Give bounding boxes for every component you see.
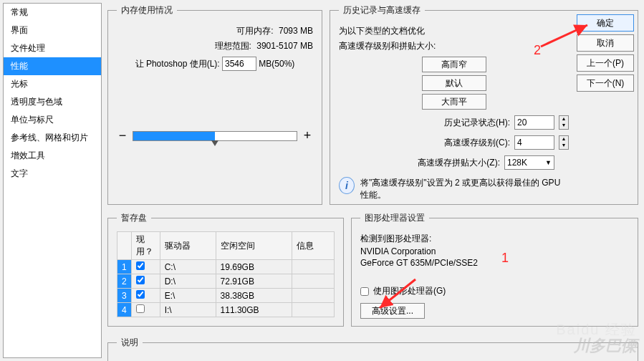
scratch-row-checkbox[interactable] [136,304,145,313]
use-gpu-checkbox[interactable] [360,287,369,296]
col-info: 信息 [292,232,335,260]
sidebar-item-guides[interactable]: 参考线、网格和切片 [4,129,101,147]
category-sidebar: 常规 界面 文件处理 性能 光标 透明度与色域 单位与标尺 参考线、网格和切片 … [3,3,102,358]
col-drive: 驱动器 [160,232,216,260]
gpu-vendor: NVIDIA Corporation [360,246,569,256]
memory-slider-handle[interactable] [211,140,218,148]
memory-usage-group: 内存使用情况 可用内存: 7093 MB 理想范围: 3901-5107 MB … [107,4,322,205]
preset-tall-button[interactable]: 高而窄 [422,57,486,72]
ideal-range-label: 理想范围: [215,40,251,52]
scratch-row-checkbox[interactable] [136,261,145,270]
history-states-label: 历史记录状态(H): [444,117,510,129]
memory-slider-fill [133,132,215,140]
memory-slider-plus[interactable]: + [302,128,313,143]
gpu-legend: 图形处理器设置 [360,212,429,224]
cache-levels-input[interactable] [514,135,554,150]
description-legend: 说明 [117,337,143,349]
description-group: 说明 [107,337,638,361]
memory-slider-minus[interactable]: − [117,128,128,143]
use-gpu-label: 使用图形处理器(G) [373,285,446,297]
cancel-button[interactable]: 取消 [577,34,634,52]
scratch-legend: 暂存盘 [117,212,151,224]
history-note1: 为以下类型的文档优化 [339,24,569,39]
prev-button[interactable]: 上一个(P) [577,54,634,72]
cache-levels-spinner[interactable]: ▲▼ [559,135,569,150]
sidebar-item-transparency[interactable]: 透明度与色域 [4,93,101,111]
gpu-settings-group: 图形处理器设置 检测到图形处理器: NVIDIA Corporation GeF… [351,212,638,327]
ideal-range-value: 3901-5107 MB [256,41,313,51]
tile-size-label: 高速缓存拼贴大小(Z): [418,157,500,169]
history-note2: 高速缓存级别和拼贴大小: [339,39,569,54]
sidebar-item-performance[interactable]: 性能 [4,57,101,75]
history-states-input[interactable] [514,115,554,130]
table-row[interactable]: 4 I:\ 111.30GB [117,303,335,317]
col-free: 空闲空间 [216,232,292,260]
tile-size-combo[interactable]: 128K▼ [504,155,554,170]
sidebar-item-type[interactable]: 文字 [4,165,101,183]
gpu-advanced-button[interactable]: 高级设置... [360,303,425,319]
ok-button[interactable]: 确定 [577,14,634,32]
cache-levels-label: 高速缓存级别(C): [444,137,510,149]
sidebar-item-cursors[interactable]: 光标 [4,75,101,93]
table-row[interactable]: 1 C:\ 19.69GB [117,260,335,274]
available-ram-label: 可用内存: [236,25,273,37]
watermark-site: 川多巴傈 [574,335,637,357]
table-row[interactable]: 2 D:\ 72.91GB [117,274,335,289]
gpu-model: GeForce GT 635M/PCIe/SSE2 [360,258,569,268]
info-icon: i [339,177,355,194]
memory-legend: 内存使用情况 [117,4,177,16]
memory-amount-input[interactable] [222,57,256,71]
col-active: 现用？ [131,232,160,260]
cache-info-text: 将"高速缓存级别"设置为 2 或更高以获得最佳的 GPU 性能。 [360,177,569,201]
sidebar-item-units[interactable]: 单位与标尺 [4,111,101,129]
sidebar-item-general[interactable]: 常规 [4,4,101,21]
history-legend: 历史记录与高速缓存 [339,4,425,16]
scratch-disks-table: 现用？ 驱动器 空闲空间 信息 1 C:\ 19.69GB [117,231,335,317]
scratch-disks-group: 暂存盘 现用？ 驱动器 空闲空间 信息 1 [107,212,344,327]
next-button[interactable]: 下一个(N) [577,74,634,92]
gpu-detected-label: 检测到图形处理器: [360,233,569,245]
scratch-row-checkbox[interactable] [136,290,145,299]
chevron-down-icon: ▼ [545,159,552,166]
preset-default-button[interactable]: 默认 [422,75,486,91]
preset-wide-button[interactable]: 大而平 [422,94,486,110]
scratch-row-checkbox[interactable] [136,276,145,284]
available-ram-value: 7093 MB [279,26,313,36]
table-row[interactable]: 3 E:\ 38.38GB [117,289,335,303]
memory-slider[interactable] [133,131,297,141]
memory-amount-suffix: MB(50%) [259,59,294,69]
let-ps-use-label: 让 Photoshop 使用(L): [135,59,220,69]
sidebar-item-filehandling[interactable]: 文件处理 [4,39,101,57]
dialog-buttons: 确定 取消 上一个(P) 下一个(N) [577,14,634,92]
history-states-spinner[interactable]: ▲▼ [559,115,569,130]
sidebar-item-plugins[interactable]: 增效工具 [4,147,101,165]
sidebar-item-interface[interactable]: 界面 [4,21,101,39]
